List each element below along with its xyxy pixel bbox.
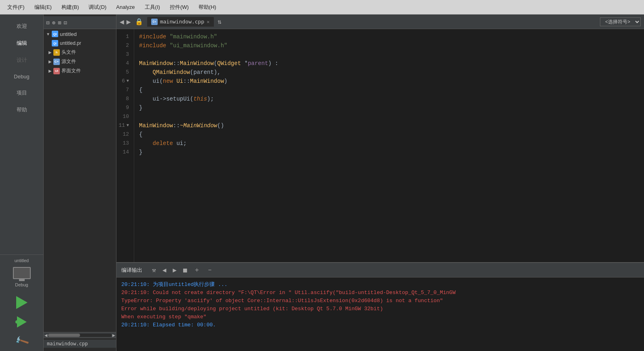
sidebar-edit[interactable]: 编辑 [0, 35, 43, 52]
line-7: 7 [116, 86, 131, 95]
code-line-11: MainWindow::~MainWindow() [139, 121, 639, 130]
ui-icon: UI [53, 68, 60, 74]
link-icon[interactable]: ⊕ [52, 19, 55, 26]
build-button[interactable]: 🔨 [15, 334, 29, 349]
editor-area: ◀ ▶ 🔒 C+ mainwindow.cpp ✕ ⇅ <选择符号> 1 2 3… [116, 15, 644, 351]
ui-arrow: ▶ [49, 69, 52, 73]
nav-back-btn[interactable]: ◀ [120, 17, 124, 26]
sidebar-debug-label: Debug [15, 282, 28, 287]
output-line-3: TypeError: Property 'asciify' of object … [121, 297, 639, 305]
sources-folder[interactable]: ▶ C+ 源文件 [44, 57, 116, 66]
sort-up-icon[interactable]: ⇅ [216, 17, 224, 26]
line-2: 2 [116, 41, 131, 50]
tab-filename: mainwindow.cpp [160, 19, 205, 25]
code-line-1: #include "mainwindow.h" [139, 32, 639, 41]
sidebar-welcome[interactable]: 欢迎 [0, 18, 43, 35]
menu-build[interactable]: 构建(B) [57, 2, 83, 13]
output-add-btn[interactable]: ＋ [192, 265, 202, 275]
line-8: 8 [116, 95, 131, 103]
headers-folder[interactable]: ▶ h 头文件 [44, 48, 116, 57]
code-editor[interactable]: 1 2 3 4 5 6▼ 7 8 9 10 11▼ 12 13 14 #incl… [116, 29, 644, 262]
pro-file-icon: Qt [52, 40, 58, 46]
filter-icon[interactable]: ⊟ [46, 19, 49, 26]
output-line-5: When executing step "qmake" [121, 313, 639, 321]
code-line-9: } [139, 103, 639, 112]
menu-tools[interactable]: 工具(I) [141, 2, 164, 13]
sidebar-monitor-icon[interactable]: Debug [0, 265, 43, 290]
sidebar-project[interactable]: 项目 [0, 84, 43, 101]
output-content: 20:21:10: 为项目untitled执行步骤 ... 20:21:10: … [116, 277, 644, 351]
output-prev-btn[interactable]: ◀ [161, 265, 168, 275]
scroll-left-btn[interactable]: ◀ [44, 332, 47, 338]
ui-label: 界面文件 [61, 67, 81, 74]
run-button[interactable] [15, 295, 29, 310]
debug-run-button[interactable] [15, 315, 29, 329]
sidebar-help[interactable]: 帮助 [0, 101, 43, 118]
menu-bar: 文件(F) 编辑(E) 构建(B) 调试(D) Analyze 工具(I) 控件… [0, 0, 644, 15]
sources-arrow: ▶ [49, 59, 52, 64]
code-line-4: MainWindow::MainWindow(QWidget *parent) … [139, 59, 639, 68]
sidebar: 欢迎 编辑 设计 Debug 项目 帮助 untitled Debug [0, 15, 44, 351]
symbol-selector[interactable]: <选择符号> [600, 17, 641, 26]
output-line-1: 20:21:10: 为项目untitled执行步骤 ... [121, 281, 639, 289]
output-panel-label: 编译输出 [121, 267, 142, 274]
menu-edit[interactable]: 编辑(E) [30, 2, 56, 13]
menu-controls[interactable]: 控件(W) [166, 2, 193, 13]
code-line-3 [139, 50, 639, 59]
menu-debug[interactable]: 调试(D) [84, 2, 110, 13]
line-9: 9 [116, 103, 131, 112]
root-expand-arrow: ▼ [46, 32, 50, 36]
open-file-mainwindow[interactable]: mainwindow.cpp [44, 340, 116, 348]
output-stop-btn[interactable]: ■ [182, 265, 189, 275]
line-5: 5 [116, 68, 131, 77]
image-icon[interactable]: ⊡ [63, 19, 67, 26]
headers-label: 头文件 [61, 49, 76, 56]
add-icon[interactable]: ⊞ [58, 19, 61, 26]
sources-label: 源文件 [61, 58, 76, 65]
sidebar-debug-top[interactable]: Debug [0, 69, 43, 84]
line-14: 14 [116, 148, 131, 157]
root-name: untitled [60, 31, 77, 37]
code-line-6: ui(new Ui::MainWindow) [139, 77, 639, 86]
headers-icon: h [53, 49, 60, 56]
editor-toolbar: ◀ ▶ 🔒 C+ mainwindow.cpp ✕ ⇅ <选择符号> [116, 15, 644, 29]
line-1: 1 [116, 32, 131, 41]
line-3: 3 [116, 50, 131, 59]
open-files-section: mainwindow.cpp [44, 338, 116, 349]
ui-folder[interactable]: ▶ UI 界面文件 [44, 66, 116, 76]
code-line-14: } [139, 148, 639, 157]
lock-btn[interactable]: 🔒 [133, 17, 145, 26]
line-10: 10 [116, 112, 131, 121]
menu-file[interactable]: 文件(F) [3, 2, 29, 13]
cpp-file-icon: C+ [151, 19, 158, 25]
code-line-5: QMainWindow(parent), [139, 68, 639, 77]
line-6: 6▼ [116, 77, 131, 86]
line-numbers: 1 2 3 4 5 6▼ 7 8 9 10 11▼ 12 13 14 [116, 29, 134, 262]
output-toolbar: 编译输出 ⚒ ◀ ▶ ■ ＋ － [116, 263, 644, 277]
output-line-4: Error while building/deploying project u… [121, 305, 639, 313]
nav-forward-btn[interactable]: ▶ [127, 17, 131, 26]
line-13: 13 [116, 139, 131, 148]
code-content[interactable]: #include "mainwindow.h" #include "ui_mai… [134, 29, 644, 262]
project-name-label: untitled [0, 258, 43, 263]
sidebar-design[interactable]: 设计 [0, 52, 43, 69]
code-line-8: ui->setupUi(this); [139, 95, 639, 103]
line-12: 12 [116, 130, 131, 139]
scroll-right-btn[interactable]: ▶ [112, 332, 115, 338]
output-panel: 编译输出 ⚒ ◀ ▶ ■ ＋ － 20:21:10: 为项目untitled执行… [116, 262, 644, 351]
output-minus-btn[interactable]: － [205, 265, 215, 275]
menu-help[interactable]: 帮助(H) [194, 2, 220, 13]
pro-file-item[interactable]: Qt untitled.pr [44, 39, 116, 48]
output-line-2: 20:21:10: Could not create directory "F:… [121, 289, 639, 297]
hammer-icon: 🔨 [14, 333, 30, 349]
editor-tab-mainwindow[interactable]: C+ mainwindow.cpp ✕ [147, 17, 214, 27]
tree-toolbar: ⊟ ⊕ ⊞ ⊡ [44, 16, 116, 29]
tab-close-btn[interactable]: ✕ [207, 19, 209, 25]
tree-root-item[interactable]: ▼ Qt untitled [44, 29, 116, 39]
output-build-icon[interactable]: ⚒ [150, 265, 158, 275]
output-line-6: 20:21:10: Elapsed time: 00:00. [121, 321, 639, 329]
code-line-10 [139, 112, 639, 121]
pro-file-name: untitled.pr [60, 40, 81, 46]
output-next-btn[interactable]: ▶ [171, 265, 178, 275]
menu-analyze[interactable]: Analyze [112, 2, 139, 12]
